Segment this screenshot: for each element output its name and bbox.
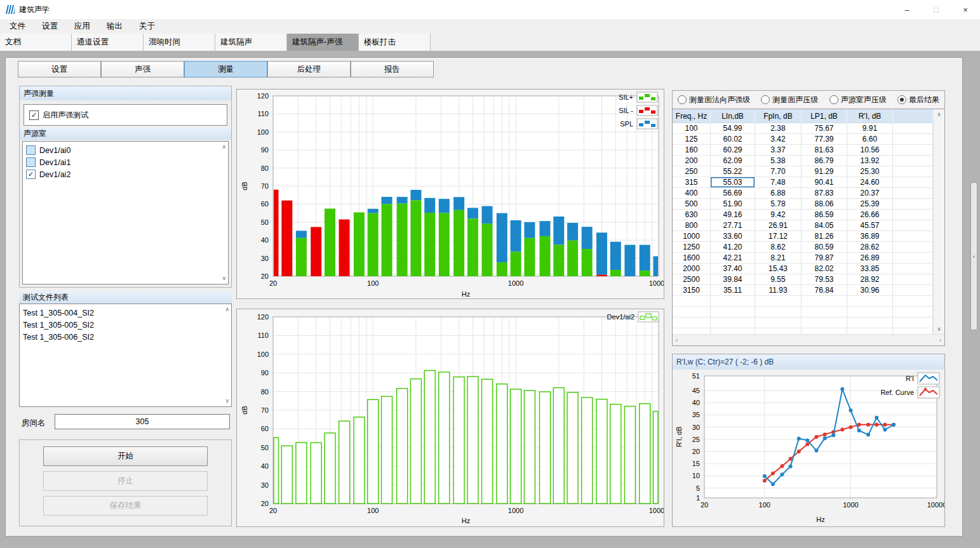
table-cell[interactable]: 8.62 [755,242,802,253]
radio-icon[interactable] [761,95,770,104]
tab-5[interactable]: 楼板打击 [359,34,431,51]
table-horizontal-scrollbar[interactable]: ‹ › [673,334,944,345]
collapse-panel-handle[interactable]: ‹ [970,182,977,330]
table-cell[interactable]: 7.48 [755,177,802,188]
table-row[interactable]: 50051.905.7888.0625.39 [673,199,933,210]
stop-button[interactable]: 停止 [43,471,208,491]
file-item[interactable]: Test 1_305-004_SI2 [20,307,231,319]
subtab-4[interactable]: 报告 [351,61,434,77]
chevron-up-icon[interactable]: ∧ [937,111,941,117]
table-row[interactable]: 20062.095.3886.7913.92 [673,156,933,166]
table-cell[interactable]: 80.59 [802,242,847,253]
table-cell[interactable]: 37.40 [711,264,755,274]
radio-icon[interactable] [897,95,906,104]
table-row[interactable]: 80027.7126.9184.0545.57 [673,220,933,231]
enable-intensity-row[interactable]: ✓ 启用声强测试 [23,104,227,126]
subtab-3[interactable]: 后处理 [267,61,351,77]
table-cell[interactable]: 11.93 [755,285,802,296]
table-row[interactable]: 40056.696.8887.8320.37 [673,188,933,199]
table-cell[interactable]: 54.99 [711,123,755,134]
table-cell[interactable]: 1250 [673,242,711,253]
table-row[interactable]: 315035.1111.9376.8430.96 [673,285,933,296]
table-cell[interactable]: 82.02 [802,264,847,274]
table-cell[interactable]: 500 [673,199,711,210]
chevron-left-icon[interactable]: ‹ [676,337,678,344]
tab-4[interactable]: 建筑隔声-声强 [287,34,359,51]
table-cell[interactable]: 55.03 [711,177,755,188]
table-cell[interactable]: 77.39 [802,134,847,145]
table-cell[interactable]: 400 [673,188,711,199]
radio-icon[interactable] [678,95,687,104]
table-row[interactable]: 16060.293.3781.6310.56 [673,145,933,156]
table-row[interactable]: 200037.4015.4382.0233.85 [673,264,933,274]
table-cell[interactable]: 250 [673,166,711,177]
table-cell[interactable]: 60.29 [711,145,755,156]
radio-option-1[interactable]: 测量面声压级 [761,95,818,105]
table-cell[interactable]: 9.55 [755,274,802,285]
table-cell[interactable]: 1600 [673,253,711,264]
table-cell[interactable]: 25.39 [847,199,893,210]
chevron-up-icon[interactable]: ∧ [225,307,229,312]
start-button[interactable]: 开始 [43,446,208,466]
table-cell[interactable]: 51.90 [711,199,755,210]
table-cell[interactable]: 15.43 [755,264,802,274]
table-cell[interactable]: 1000 [673,231,711,242]
table-row[interactable]: 31555.037.4890.4124.60 [673,177,933,188]
table-cell[interactable]: 90.41 [802,177,847,188]
table-cell[interactable]: 36.89 [847,231,893,242]
table-cell[interactable]: 7.70 [755,166,802,177]
table-cell[interactable]: 3.42 [755,134,802,145]
table-cell[interactable]: 41.20 [711,242,755,253]
radio-option-0[interactable]: 测量面法向声强级 [678,95,750,105]
table-cell[interactable]: 86.59 [802,210,847,220]
table-cell[interactable]: 6.88 [755,188,802,199]
channel-checkbox[interactable] [26,157,36,167]
table-row[interactable]: 100033.6017.1281.2636.89 [673,231,933,242]
radio-icon[interactable] [829,95,838,104]
menu-item-1[interactable]: 设置 [34,19,66,34]
table-cell[interactable]: 17.12 [755,231,802,242]
table-cell[interactable]: 26.89 [847,253,893,264]
table-cell[interactable]: 75.67 [802,123,847,134]
table-cell[interactable]: 8.21 [755,253,802,264]
table-cell[interactable]: 35.11 [711,285,755,296]
table-cell[interactable]: 33.85 [847,264,893,274]
channel-item[interactable]: ✓Dev1/ai2 [23,168,228,180]
menu-item-2[interactable]: 应用 [66,19,98,34]
table-cell[interactable]: 26.66 [847,210,893,220]
table-cell[interactable]: 2000 [673,264,711,274]
chevron-down-icon[interactable]: ∨ [225,398,229,404]
table-cell[interactable]: 630 [673,210,711,220]
menu-item-0[interactable]: 文件 [1,19,34,34]
table-cell[interactable]: 160 [673,145,711,156]
tab-0[interactable]: 文档 [0,34,72,51]
table-cell[interactable]: 45.57 [847,220,893,231]
table-cell[interactable]: 33.60 [711,231,755,242]
file-item[interactable]: Test 1_305-006_SI2 [20,331,231,343]
save-result-button[interactable]: 保存结果 [43,496,208,516]
table-cell[interactable]: 6.60 [847,134,893,145]
table-row[interactable]: 12560.023.4277.396.60 [673,134,933,145]
table-cell[interactable]: 81.26 [802,231,847,242]
table-row[interactable]: 250039.849.5579.5328.92 [673,274,933,285]
room-name-input[interactable] [55,414,230,429]
table-cell[interactable]: 91.29 [802,166,847,177]
subtab-0[interactable]: 设置 [18,61,101,77]
table-cell[interactable]: 79.53 [802,274,847,285]
channel-checkbox[interactable] [26,145,36,155]
table-cell[interactable]: 87.83 [802,188,847,199]
table-cell[interactable]: 39.84 [711,274,755,285]
table-row[interactable]: 160042.218.2179.8726.89 [673,253,933,264]
subtab-1[interactable]: 声强 [101,61,184,77]
table-cell[interactable]: 20.37 [847,188,893,199]
table-cell[interactable]: 3.37 [755,145,802,156]
table-cell[interactable]: 86.79 [802,156,847,166]
table-cell[interactable]: 26.91 [755,220,802,231]
table-cell[interactable]: 9.91 [847,123,893,134]
table-cell[interactable]: 13.92 [847,156,893,166]
table-cell[interactable]: 315 [673,177,711,188]
table-cell[interactable]: 10.56 [847,145,893,156]
table-cell[interactable]: 800 [673,220,711,231]
table-cell[interactable]: 60.02 [711,134,755,145]
table-cell[interactable]: 24.60 [847,177,893,188]
